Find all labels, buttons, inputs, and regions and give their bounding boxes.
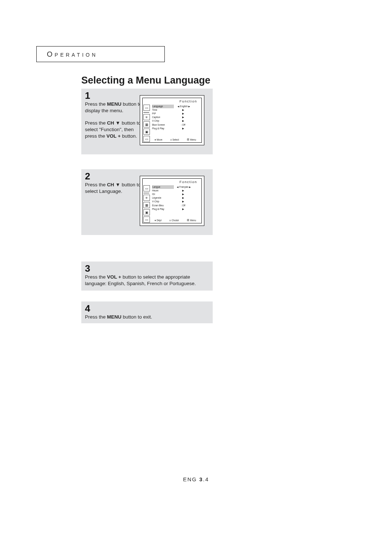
- menu-icon: ▣: [143, 209, 150, 215]
- menu-icon: ▭: [143, 185, 150, 191]
- text: Press the: [85, 101, 107, 107]
- menu-icon: ▭: [143, 105, 150, 111]
- menu-icon: ▭: [143, 216, 150, 223]
- osd-list: Language◀ English ▶ Time▶ PIP▶ Caption▶ …: [152, 105, 199, 130]
- osd-sidebar: ▭ ✳ ▦ ▣ ▭: [143, 185, 150, 223]
- osd-row: Heure▶: [152, 189, 199, 193]
- text: Press the: [85, 182, 107, 187]
- right-arrow-icon: ▶: [188, 105, 190, 108]
- divider: [143, 112, 149, 113]
- step-number: 3: [85, 263, 90, 274]
- menu-icon: ✳: [143, 114, 150, 120]
- osd-list: Langue◀ Français ▶ Heure▶ ISI▶ Légende▶ …: [152, 185, 199, 211]
- text-bold: MENU: [107, 314, 122, 320]
- osd-foot-menu: ▥Menu: [187, 219, 196, 222]
- osd-label: Time: [152, 108, 173, 112]
- step-number: 4: [85, 303, 90, 314]
- osd-value: : Off: [173, 204, 193, 207]
- osd-value: ▶: [173, 112, 193, 116]
- plusminus-icon: ±: [170, 219, 171, 222]
- osd-label: Écran Bleu: [152, 204, 173, 207]
- text: Select: [172, 138, 179, 141]
- osd-row: V-Chip▶: [152, 119, 199, 123]
- text: Menu: [190, 219, 196, 222]
- footer-chapter: 3: [199, 476, 203, 482]
- page-footer: ENG 3.4: [0, 476, 392, 482]
- text-bold: CH ▼: [107, 182, 121, 187]
- osd-row: Écran Bleu: Off: [152, 204, 199, 207]
- osd-label: Heure: [152, 189, 173, 193]
- osd-row: PIP▶: [152, 112, 199, 116]
- updown-icon: ♦: [155, 138, 156, 141]
- page-title: Selecting a Menu Language: [81, 75, 211, 86]
- osd-value: ▶: [173, 196, 193, 200]
- text: Press the: [85, 274, 107, 280]
- osd-value: ▶: [173, 116, 193, 119]
- osd-row: Caption▶: [152, 116, 199, 119]
- osd-label: Plug & Play: [152, 207, 173, 211]
- osd-inner: Function ▭ ✳ ▦ ▣ ▭ Language◀ English ▶ T…: [142, 98, 202, 143]
- menu-icon: ▥: [187, 138, 189, 141]
- osd-label: V-Chip: [152, 119, 173, 123]
- left-arrow-icon: ◀: [177, 186, 179, 189]
- osd-row: Blue Screen: Off: [152, 123, 199, 127]
- right-arrow-icon: ▶: [189, 186, 191, 189]
- osd-menu-fonction: Fonction ▭ ✳ ▦ ▣ ▭ Langue◀ Français ▶ He…: [140, 176, 204, 226]
- section-tab: Operation: [36, 46, 165, 62]
- osd-foot-move: ♦Dépl: [155, 219, 162, 222]
- menu-icon: ▣: [143, 129, 150, 135]
- osd-row: Légende▶: [152, 196, 199, 200]
- osd-foot-select: ±Choisir: [170, 219, 179, 222]
- osd-value: ▶: [173, 119, 193, 123]
- text: Dépl: [157, 219, 162, 222]
- osd-value: ▶: [173, 189, 193, 193]
- updown-icon: ♦: [155, 219, 156, 222]
- osd-value: ▶: [173, 108, 193, 112]
- osd-label: Légende: [152, 196, 173, 200]
- step-number: 2: [85, 171, 90, 182]
- osd-value: : Off: [173, 123, 193, 127]
- osd-label: V-Chip: [152, 200, 173, 203]
- osd-label: Language: [152, 105, 174, 108]
- text: Choisir: [172, 219, 179, 222]
- osd-label: ISI: [152, 193, 173, 196]
- osd-title: Function: [180, 99, 197, 103]
- text-bold: CH ▼: [107, 120, 121, 126]
- footer-page: 4: [205, 476, 209, 482]
- section-label: Operation: [37, 50, 98, 58]
- osd-value: ◀ English ▶: [174, 105, 194, 108]
- step-text: Press the VOL + button to select the app…: [85, 274, 208, 287]
- plusminus-icon: ±: [170, 138, 172, 141]
- text: button to exit.: [122, 314, 152, 320]
- text: Press the: [85, 120, 107, 126]
- text: Français: [179, 186, 188, 188]
- footer-lang: ENG: [183, 476, 199, 482]
- osd-row: ISI▶: [152, 193, 199, 196]
- text: button.: [121, 133, 137, 139]
- text: CH ▼: [107, 120, 121, 126]
- menu-icon: ✳: [143, 195, 150, 201]
- osd-label: Langue: [152, 185, 174, 189]
- step-text: Press the MENU button to display the men…: [85, 101, 143, 114]
- step-text: Press the CH ▼ button to select Language…: [85, 182, 143, 195]
- step-text: Press the CH ▼ button to select "Functio…: [85, 120, 143, 140]
- osd-label: Caption: [152, 116, 173, 119]
- osd-foot-select: ±Select: [170, 138, 179, 141]
- step-text: Press the MENU button to exit.: [85, 314, 208, 320]
- step-number: 1: [85, 90, 90, 101]
- osd-foot-menu: ▥Menu: [187, 138, 196, 141]
- text-bold: MENU: [107, 101, 122, 107]
- osd-label: Plug & Play: [152, 127, 173, 130]
- text-bold: VOL +: [106, 133, 121, 139]
- osd-value: ▶: [173, 127, 193, 130]
- osd-value: ▶: [173, 207, 193, 211]
- osd-title: Fonction: [180, 180, 197, 184]
- step-3: 3 Press the VOL + button to select the a…: [81, 262, 213, 291]
- menu-icon: ▦: [143, 121, 150, 127]
- osd-value: ▶: [173, 200, 193, 203]
- osd-label: Blue Screen: [152, 123, 173, 127]
- osd-sidebar: ▭ ✳ ▦ ▣ ▭: [143, 105, 150, 142]
- text: English: [180, 105, 188, 108]
- text: Menu: [190, 138, 196, 141]
- osd-footer: ♦Move ±Select ▥Menu: [151, 138, 200, 141]
